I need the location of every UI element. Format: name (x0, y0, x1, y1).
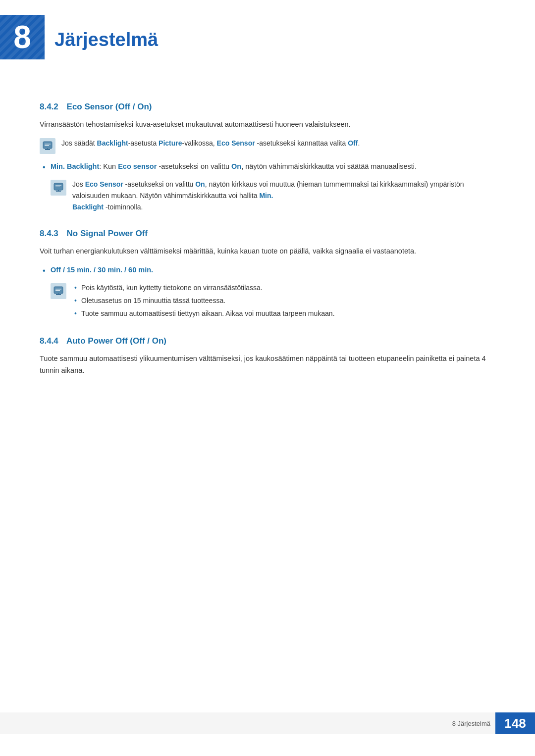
kw-off-1: Off (348, 139, 358, 147)
section-title-8-4-3: No Signal Power Off (67, 229, 148, 238)
sub-bullet-1: Pois käytöstä, kun kyttetty tietokone on… (72, 282, 495, 294)
chapter-title: Järjestelmä (54, 24, 158, 50)
page-footer: 8 Järjestelmä 148 (0, 712, 535, 734)
kw-backlight-1: Backlight (97, 139, 128, 147)
bullet-min-backlight: Min. Backlight: Kun Eco sensor -asetukse… (40, 161, 495, 173)
page-wrapper: 8 Järjestelmä 8.4.2 Eco Sensor (Off / On… (0, 0, 535, 734)
kw-min-backlight-2: Min.Backlight (72, 192, 273, 211)
kw-min-backlight: Min. Backlight (51, 162, 99, 170)
sub-bullet-3: Tuote sammuu automaattisesti tiettyyn ai… (72, 308, 495, 320)
section-body-8-4-2: Virransäästön tehostamiseksi kuva-asetuk… (40, 119, 495, 131)
kw-ecosensor-3: Eco Sensor (85, 180, 123, 188)
page-header: 8 Järjestelmä (0, 0, 535, 69)
section-title-8-4-2: Eco Sensor (Off / On) (67, 102, 152, 111)
section-num-8-4-2: 8.4.2 (40, 102, 58, 111)
kw-picture-1: Picture (159, 139, 182, 147)
note-icon-1 (40, 138, 55, 154)
kw-on-2: On (195, 180, 205, 188)
sub-bullet-2: Oletusasetus on 15 minuuttia tässä tuott… (72, 295, 495, 307)
sub-bullets-8-4-3: Pois käytöstä, kun kyttetty tietokone on… (72, 282, 495, 320)
note-icon-2 (51, 180, 66, 196)
footer-section-label: 8 Järjestelmä (452, 720, 495, 727)
section-heading-8-4-3: 8.4.3 No Signal Power Off (40, 229, 495, 239)
note-box-3: Pois käytöstä, kun kyttetty tietokone on… (51, 282, 495, 320)
kw-on-1: On (231, 162, 241, 170)
note-box-1: Jos säädät Backlight-asetusta Picture-va… (40, 138, 495, 154)
kw-ecosensor-2: Eco sensor (118, 162, 157, 170)
footer-page-number: 148 (495, 712, 535, 734)
bullet-list-8-4-2: Min. Backlight: Kun Eco sensor -asetukse… (40, 161, 495, 173)
chapter-number-box: 8 (0, 15, 45, 59)
section-heading-8-4-2: 8.4.2 Eco Sensor (Off / On) (40, 102, 495, 112)
chapter-number: 8 (13, 21, 31, 53)
note-text-1: Jos säädät Backlight-asetusta Picture-va… (61, 138, 495, 149)
note-box-2: Jos Eco Sensor -asetukseksi on valittu O… (51, 179, 495, 213)
section-body-8-4-4: Tuote sammuu automaattisesti ylikuumentu… (40, 353, 495, 377)
section-title-8-4-4: Auto Power Off (Off / On) (66, 336, 166, 346)
section-heading-8-4-4: 8.4.4 Auto Power Off (Off / On) (40, 336, 495, 346)
kw-ecosensor-1: Eco Sensor (217, 139, 255, 147)
section-num-8-4-4: 8.4.4 (40, 336, 58, 346)
kw-options-8-4-3: Off / 15 min. / 30 min. / 60 min. (51, 266, 153, 274)
note-icon-3 (51, 283, 66, 299)
bullet-list-8-4-3: Off / 15 min. / 30 min. / 60 min. (40, 264, 495, 276)
bullet-options-8-4-3: Off / 15 min. / 30 min. / 60 min. (40, 264, 495, 276)
section-num-8-4-3: 8.4.3 (40, 229, 58, 238)
note-text-2: Jos Eco Sensor -asetukseksi on valittu O… (72, 179, 495, 213)
main-content: 8.4.2 Eco Sensor (Off / On) Virransäästö… (0, 79, 535, 413)
section-body-8-4-3: Voit turhan energiankulutuksen välttämis… (40, 246, 495, 257)
